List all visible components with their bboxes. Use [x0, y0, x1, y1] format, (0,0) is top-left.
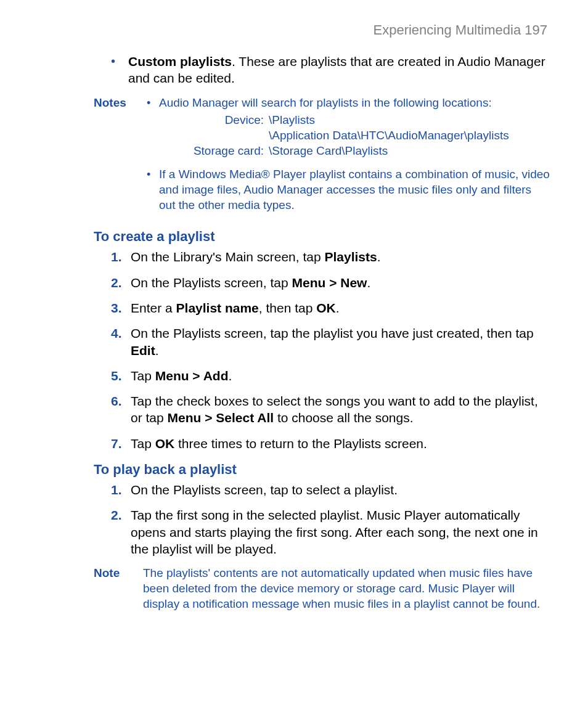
heading-play-playlist: To play back a playlist [94, 462, 550, 478]
loc-key: Device: [189, 113, 269, 128]
bullet-icon: • [147, 167, 159, 213]
note-text: Audio Manager will search for playlists … [159, 96, 550, 161]
step-number: 6. [111, 393, 131, 427]
step-number: 7. [111, 435, 131, 452]
intro-text: Custom playlists. These are playlists th… [128, 53, 550, 87]
loc-row-device2: \Application Data\HTC\AudioManager\playl… [189, 128, 550, 144]
step-text: Tap the first song in the selected playl… [131, 507, 544, 557]
step-number: 3. [111, 300, 131, 316]
loc-val: \Storage Card\Playlists [269, 144, 550, 159]
notes-body: • Audio Manager will search for playlist… [147, 96, 550, 219]
create-steps: 1. On the Library's Main screen, tap Pla… [111, 248, 544, 452]
play-steps: 1. On the Playlists screen, tap to selec… [111, 481, 544, 557]
note-item: • If a Windows Media® Player playlist co… [147, 167, 550, 213]
step-text: Tap Menu > Add. [131, 367, 544, 384]
notes-label: Notes [94, 96, 147, 219]
note-block: Note The playlists' contents are not aut… [94, 566, 550, 611]
t: OK [155, 436, 175, 451]
t: OK [316, 301, 336, 315]
note1-lead: Audio Manager will search for playlists … [159, 96, 492, 109]
note-text: If a Windows Media® Player playlist cont… [159, 167, 550, 213]
t: Playlist name [176, 301, 259, 315]
step-text: On the Playlists screen, tap the playlis… [131, 325, 544, 359]
step-number: 1. [111, 248, 131, 265]
list-item: 2. Tap the first song in the selected pl… [111, 507, 544, 557]
loc-val: \Application Data\HTC\AudioManager\playl… [269, 128, 550, 144]
running-header: Experiencing Multimedia 197 [38, 22, 550, 38]
t: . [155, 343, 159, 357]
page: Experiencing Multimedia 197 • Custom pla… [0, 0, 588, 611]
t: . [336, 301, 340, 315]
intro-bold: Custom playlists [128, 54, 232, 68]
loc-val: \Playlists [269, 113, 550, 128]
t: . [229, 369, 232, 383]
heading-create-playlist: To create a playlist [94, 229, 550, 245]
step-number: 5. [111, 367, 131, 384]
t: Edit [131, 343, 155, 357]
t: . [367, 276, 370, 290]
t: . [377, 250, 381, 264]
loc-key: Storage card: [189, 144, 269, 159]
t: , then tap [259, 301, 316, 315]
note-label: Note [94, 566, 143, 611]
list-item: 3. Enter a Playlist name, then tap OK. [111, 300, 544, 316]
loc-row-card: Storage card: \Storage Card\Playlists [189, 144, 550, 159]
step-text: Enter a Playlist name, then tap OK. [131, 300, 544, 316]
locations-table: Device: \Playlists \Application Data\HTC… [189, 113, 550, 158]
t: On the Playlists screen, tap the playlis… [131, 326, 534, 340]
t: On the Library's Main screen, tap [131, 250, 325, 264]
list-item: 6. Tap the check boxes to select the son… [111, 393, 544, 427]
t: Menu > New [292, 276, 367, 290]
list-item: 7. Tap OK three times to return to the P… [111, 435, 544, 452]
t: to choose all the songs. [274, 411, 413, 425]
step-text: On the Playlists screen, tap Menu > New. [131, 274, 544, 291]
step-number: 4. [111, 325, 131, 359]
step-text: Tap the check boxes to select the songs … [131, 393, 544, 427]
list-item: 4. On the Playlists screen, tap the play… [111, 325, 544, 359]
notes-block: Notes • Audio Manager will search for pl… [94, 96, 550, 219]
list-item: 1. On the Library's Main screen, tap Pla… [111, 248, 544, 265]
t: Tap [131, 436, 155, 451]
step-number: 2. [111, 507, 131, 557]
intro-bullet: • Custom playlists. These are playlists … [111, 53, 550, 87]
step-text: On the Playlists screen, tap to select a… [131, 481, 544, 498]
t: Menu > Select All [168, 411, 274, 425]
step-text: Tap OK three times to return to the Play… [131, 435, 544, 452]
list-item: 1. On the Playlists screen, tap to selec… [111, 481, 544, 498]
step-text: On the Library's Main screen, tap Playli… [131, 248, 544, 265]
bullet-icon: • [111, 53, 128, 87]
bullet-icon: • [147, 96, 159, 161]
step-number: 2. [111, 274, 131, 291]
list-item: 5. Tap Menu > Add. [111, 367, 544, 384]
step-number: 1. [111, 481, 131, 498]
list-item: 2. On the Playlists screen, tap Menu > N… [111, 274, 544, 291]
t: Tap [131, 369, 155, 383]
t: Enter a [131, 301, 176, 315]
t: On the Playlists screen, tap [131, 276, 292, 290]
t: Playlists [325, 250, 377, 264]
note-item: • Audio Manager will search for playlist… [147, 96, 550, 161]
loc-key-empty [189, 128, 269, 144]
t: Menu > Add [155, 369, 229, 383]
note-text: The playlists' contents are not automati… [143, 566, 550, 611]
loc-row-device: Device: \Playlists [189, 113, 550, 128]
t: three times to return to the Playlists s… [174, 436, 427, 451]
